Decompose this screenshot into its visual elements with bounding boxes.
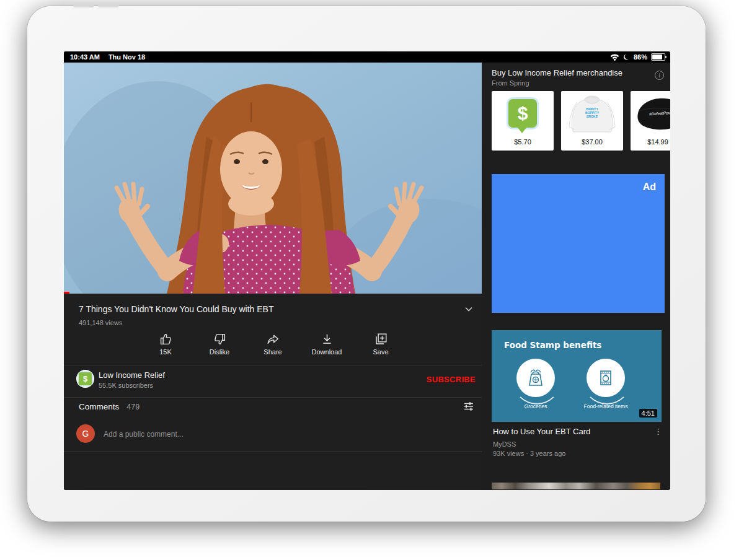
comments-label: Comments	[79, 402, 119, 411]
share-button[interactable]: Share	[248, 333, 298, 356]
suggested-video-channel: MyDSS	[493, 440, 516, 448]
thumbs-up-icon	[159, 333, 172, 346]
food-package-icon	[595, 367, 617, 389]
clock: 10:43 AM	[70, 53, 100, 61]
merch-subtitle: From Spring	[492, 79, 529, 87]
download-button[interactable]: Download	[302, 333, 352, 356]
video-frame-woman-shrugging	[64, 63, 482, 294]
ad-banner[interactable]: Ad	[492, 174, 665, 313]
battery-percent: 86%	[634, 53, 647, 61]
groceries-label: Groceries	[510, 403, 561, 409]
playlist-add-icon	[374, 333, 388, 346]
hoodie-print-text: BIPPITY BOPPITY BROKE	[582, 107, 603, 118]
merch-item-fanny-pack[interactable]: #DefeatPoverty $14.99	[631, 91, 670, 151]
action-bar: 15K Dislike Share	[64, 331, 482, 365]
suggested-video-thumbnail[interactable]: Food Stamp benefits	[492, 330, 662, 422]
like-count: 15K	[159, 348, 172, 356]
merch-price: $5.70	[492, 138, 554, 146]
video-title: 7 Things You Didn't Know You Could Buy w…	[79, 304, 445, 314]
info-icon[interactable]: i	[655, 71, 664, 80]
dislike-button[interactable]: Dislike	[195, 333, 244, 356]
duration-badge: 4:51	[639, 409, 657, 418]
merch-price: $37.00	[561, 138, 623, 146]
divider	[64, 365, 482, 365]
subscriber-count: 55.5K subscribers	[99, 382, 153, 389]
next-thumbnail-partial[interactable]	[492, 483, 660, 489]
grocery-bag-icon	[525, 367, 547, 389]
download-icon	[321, 333, 334, 346]
volume-up-button[interactable]	[73, 3, 94, 7]
tablet-device: 10:43 AM Thu Nov 18 86%	[27, 6, 706, 522]
like-button[interactable]: 15K	[141, 333, 190, 356]
sort-comments-icon[interactable]	[463, 401, 474, 412]
food-items-label: Food-related items	[575, 403, 637, 409]
wifi-icon	[610, 54, 619, 61]
dislike-label: Dislike	[210, 348, 229, 356]
ad-label: Ad	[643, 182, 656, 193]
merch-title: Buy Low Income Relief merchandise	[492, 68, 647, 77]
merch-shelf: $ $5.70 BIPPITY BOPPITY BROKE $37.00	[492, 91, 670, 151]
food-items-circle	[587, 359, 625, 397]
chevron-down-icon[interactable]	[464, 305, 473, 313]
add-comment-field[interactable]: Add a public comment...	[104, 430, 184, 439]
dollar-sticker-image: $	[492, 94, 554, 133]
save-label: Save	[373, 348, 388, 356]
moon-icon	[623, 54, 630, 61]
merch-price: $14.99	[631, 138, 670, 146]
video-player[interactable]	[64, 63, 482, 294]
date: Thu Nov 18	[108, 53, 145, 61]
user-avatar[interactable]: G	[76, 424, 95, 443]
thumbs-down-icon	[213, 333, 226, 346]
sidebar: Buy Low Income Relief merchandise From S…	[490, 63, 670, 490]
suggested-video-title[interactable]: How to Use Your EBT Card	[493, 427, 648, 436]
watch-panel: 7 Things You Didn't Know You Could Buy w…	[64, 294, 482, 490]
divider	[64, 451, 482, 452]
view-count: 491,148 views	[79, 319, 122, 326]
screen: 10:43 AM Thu Nov 18 86%	[64, 51, 670, 490]
thumbnail-title: Food Stamp benefits	[504, 340, 601, 350]
channel-avatar[interactable]: $	[76, 370, 94, 388]
divider	[64, 397, 482, 398]
share-label: Share	[264, 348, 281, 356]
suggested-video-meta: 93K views · 3 years ago	[493, 450, 565, 457]
share-icon	[266, 333, 280, 346]
merch-item-sticker[interactable]: $ $5.70	[492, 91, 554, 151]
status-bar: 10:43 AM Thu Nov 18 86%	[64, 51, 670, 63]
groceries-circle	[516, 359, 555, 397]
comments-header[interactable]: Comments 479	[79, 402, 140, 411]
download-label: Download	[312, 348, 342, 356]
merch-item-hoodie[interactable]: BIPPITY BOPPITY BROKE $37.00	[561, 91, 623, 151]
save-button[interactable]: Save	[356, 333, 405, 356]
volume-down-button[interactable]	[98, 3, 119, 7]
battery-icon	[651, 53, 665, 61]
subscribe-button[interactable]: SUBSCRIBE	[427, 375, 476, 384]
channel-name[interactable]: Low Income Relief	[99, 370, 165, 380]
comments-count: 479	[126, 403, 140, 411]
kebab-menu-icon[interactable]: ⋮	[654, 427, 662, 436]
